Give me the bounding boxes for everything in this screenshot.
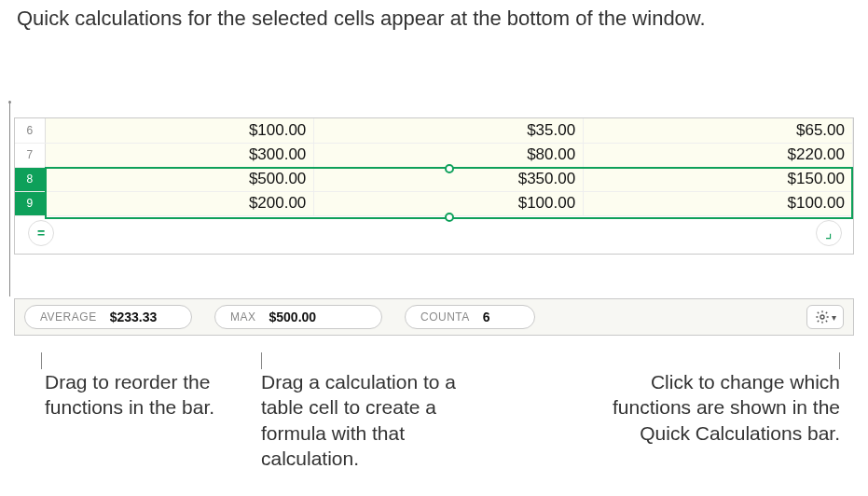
- quickcalc-pill-counta[interactable]: COUNTA 6: [405, 305, 535, 329]
- table-row[interactable]: 9 $200.00 $100.00 $100.00: [15, 191, 853, 215]
- callout-leader: [41, 352, 42, 369]
- cell[interactable]: $80.00: [314, 143, 584, 167]
- callout-reorder: Drag to reorder the functions in the bar…: [45, 369, 231, 420]
- quickcalc-pill-average[interactable]: AVERAGE $233.33: [24, 305, 192, 329]
- spreadsheet-area: 6 $100.00 $35.00 $65.00 7 $300.00 $80.00…: [14, 117, 854, 255]
- data-table[interactable]: 6 $100.00 $35.00 $65.00 7 $300.00 $80.00…: [15, 118, 853, 216]
- cell[interactable]: $300.00: [45, 143, 314, 167]
- corner-icon: ⌟: [825, 224, 833, 241]
- quick-calculations-bar: AVERAGE $233.33 MAX $500.00 COUNTA 6 ▾: [14, 298, 854, 336]
- chevron-down-icon: ▾: [832, 312, 836, 323]
- cell[interactable]: $220.00: [584, 143, 853, 167]
- svg-point-0: [820, 315, 824, 319]
- resize-corner-button[interactable]: ⌟: [816, 220, 842, 246]
- table-row[interactable]: 7 $300.00 $80.00 $220.00: [15, 143, 853, 167]
- gear-icon: [815, 310, 830, 324]
- cell[interactable]: $350.00: [314, 167, 584, 191]
- callout-top: Quick calculations for the selected cell…: [17, 6, 706, 33]
- cell[interactable]: $65.00: [584, 118, 853, 143]
- callout-leader: [261, 352, 262, 369]
- table-row[interactable]: 8 $500.00 $350.00 $150.00: [15, 167, 853, 191]
- row-header[interactable]: 7: [15, 143, 45, 167]
- quickcalc-value: $500.00: [269, 310, 317, 324]
- callout-leader-top: [9, 101, 10, 296]
- quickcalc-settings-button[interactable]: ▾: [806, 305, 844, 329]
- cell[interactable]: $100.00: [45, 118, 314, 143]
- add-row-button[interactable]: =: [28, 220, 54, 246]
- quickcalc-value: 6: [483, 310, 490, 324]
- cell[interactable]: $500.00: [45, 167, 314, 191]
- cell[interactable]: $200.00: [45, 191, 314, 215]
- quickcalc-value: $233.33: [110, 310, 158, 324]
- callout-drag-formula: Drag a calculation to a table cell to cr…: [261, 369, 490, 471]
- quickcalc-fn-label: COUNTA: [420, 310, 470, 324]
- table-row[interactable]: 6 $100.00 $35.00 $65.00: [15, 118, 853, 143]
- row-header-selected[interactable]: 9: [15, 191, 45, 215]
- equals-icon: =: [37, 226, 45, 241]
- quickcalc-pill-max[interactable]: MAX $500.00: [214, 305, 382, 329]
- callout-gear: Click to change which functions are show…: [579, 369, 840, 446]
- callout-leader: [839, 352, 840, 369]
- cell[interactable]: $35.00: [314, 118, 584, 143]
- cell[interactable]: $100.00: [584, 191, 853, 215]
- cell[interactable]: $150.00: [584, 167, 853, 191]
- quickcalc-fn-label: AVERAGE: [40, 310, 97, 324]
- row-header[interactable]: 6: [15, 118, 45, 143]
- row-header-selected[interactable]: 8: [15, 167, 45, 191]
- quickcalc-fn-label: MAX: [230, 310, 256, 324]
- cell[interactable]: $100.00: [314, 191, 584, 215]
